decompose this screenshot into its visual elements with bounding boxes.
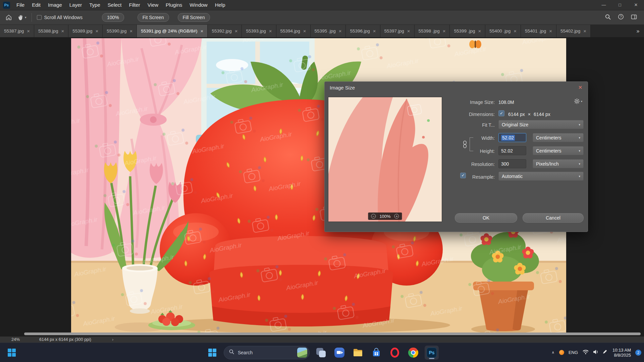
zoom-100-button[interactable]: 100%: [102, 13, 124, 22]
tab-close-icon[interactable]: ×: [478, 28, 481, 34]
tab-close-icon[interactable]: ×: [130, 28, 133, 34]
document-tab[interactable]: 55389.jpg×: [68, 25, 103, 37]
scroll-all-windows-checkbox[interactable]: Scroll All Windows: [37, 15, 83, 20]
document-tab[interactable]: 55402.jpg×: [556, 25, 591, 37]
document-tab[interactable]: 55395 .jpg×: [311, 25, 346, 37]
tab-close-icon[interactable]: ×: [549, 28, 552, 34]
menu-image[interactable]: Image: [44, 0, 66, 10]
menu-plugins[interactable]: Plugins: [162, 0, 186, 10]
tab-overflow-icon[interactable]: »: [632, 25, 644, 37]
document-tab[interactable]: 55388.jpg×: [34, 25, 68, 37]
document-tab[interactable]: 55398 .jpg×: [415, 25, 450, 37]
tab-close-icon[interactable]: ×: [27, 28, 30, 34]
fill-screen-button[interactable]: Fill Screen: [178, 13, 210, 22]
fit-screen-button[interactable]: Fit Screen: [138, 13, 169, 22]
dialog-close-icon[interactable]: ✕: [576, 84, 584, 91]
document-tab[interactable]: 55400 .jpg×: [485, 25, 521, 37]
tab-close-icon[interactable]: ×: [95, 28, 98, 34]
resample-checkbox[interactable]: ✓: [460, 173, 466, 178]
menu-edit[interactable]: Edit: [28, 0, 44, 10]
tool-preset-chevron-icon[interactable]: ▾: [25, 16, 26, 19]
resolution-unit-select[interactable]: Pixels/Inch ▾: [533, 159, 584, 168]
menu-view[interactable]: View: [144, 0, 162, 10]
checkbox-icon[interactable]: [37, 15, 42, 20]
resolution-input[interactable]: 300: [498, 159, 526, 168]
maximize-button[interactable]: □: [612, 0, 628, 10]
workspace-icon[interactable]: [631, 14, 637, 21]
image-preview[interactable]: − 100% +: [328, 97, 442, 222]
start-button[interactable]: [205, 346, 219, 360]
tab-close-icon[interactable]: ×: [303, 28, 306, 34]
clock[interactable]: 10:13 AM 8/8/2025: [611, 348, 631, 358]
cancel-button[interactable]: Cancel: [523, 213, 584, 223]
taskbar-photoshop-icon[interactable]: Ps: [425, 346, 439, 360]
taskbar-search[interactable]: Search: [224, 346, 310, 359]
zoom-level[interactable]: 24%: [11, 337, 20, 342]
tray-app-icon[interactable]: [559, 350, 564, 355]
dialog-options-gear[interactable]: ▾: [574, 98, 582, 104]
height-unit-select[interactable]: Centimeters ▾: [533, 146, 584, 155]
menu-file[interactable]: File: [13, 0, 28, 10]
tab-close-icon[interactable]: ×: [514, 28, 517, 34]
notification-badge[interactable]: 2: [635, 350, 641, 356]
document-tab[interactable]: 55394.jpg×: [276, 25, 311, 37]
width-input[interactable]: 52.02: [498, 133, 526, 142]
dimensions-dropdown[interactable]: ✓: [498, 110, 504, 116]
menu-filter[interactable]: Filter: [125, 0, 144, 10]
close-window-button[interactable]: ✕: [628, 0, 644, 10]
tray-expand-icon[interactable]: ∧: [551, 350, 555, 355]
tab-close-icon[interactable]: ×: [407, 28, 410, 34]
opera-icon[interactable]: [388, 346, 402, 360]
hand-tool-icon[interactable]: ▾: [17, 14, 26, 20]
tab-close-icon[interactable]: ×: [373, 28, 376, 34]
status-chevron-icon[interactable]: ›: [112, 337, 113, 342]
menu-type[interactable]: Type: [86, 0, 104, 10]
document-tab[interactable]: 55391.jpg @ 24% (RGB/8#)×: [137, 25, 208, 37]
ok-button[interactable]: OK: [455, 213, 517, 223]
document-tab[interactable]: 55393.jpg×: [242, 25, 276, 37]
tab-close-icon[interactable]: ×: [443, 28, 446, 34]
file-explorer-icon[interactable]: [351, 346, 365, 360]
tab-close-icon[interactable]: ×: [583, 28, 586, 34]
menu-select[interactable]: Select: [104, 0, 125, 10]
help-icon[interactable]: ?: [618, 14, 624, 21]
fit-to-select[interactable]: Original Size ▾: [498, 120, 584, 129]
document-tab[interactable]: 55396.jpg×: [346, 25, 380, 37]
menu-window[interactable]: Window: [186, 0, 211, 10]
horizontal-scrollbar[interactable]: [24, 333, 641, 335]
image-size-label: Image Size:: [432, 100, 495, 105]
task-view-icon[interactable]: [314, 346, 328, 360]
store-icon[interactable]: [369, 346, 383, 360]
zoom-out-icon[interactable]: −: [371, 214, 376, 219]
photoshop-app-icon[interactable]: Ps: [3, 2, 10, 9]
resample-select[interactable]: Automatic ▾: [498, 172, 584, 181]
minimize-button[interactable]: —: [596, 0, 612, 10]
tab-close-icon[interactable]: ×: [201, 28, 204, 34]
resolution-value: 300: [501, 161, 509, 167]
search-icon[interactable]: [605, 14, 611, 21]
chat-icon[interactable]: [332, 346, 346, 360]
language-indicator[interactable]: ENG: [568, 350, 579, 355]
tab-close-icon[interactable]: ×: [235, 28, 238, 34]
search-highlight-image[interactable]: [297, 348, 307, 358]
menu-help[interactable]: Help: [211, 0, 229, 10]
wifi-icon[interactable]: [582, 349, 589, 356]
height-input[interactable]: 52.02: [498, 146, 526, 155]
menu-layer[interactable]: Layer: [66, 0, 86, 10]
fit-to-label: Fit T...: [432, 122, 495, 128]
pen-icon[interactable]: [602, 349, 607, 356]
document-tab[interactable]: 55401 .jpg×: [521, 25, 556, 37]
tab-close-icon[interactable]: ×: [61, 28, 64, 34]
document-tab[interactable]: 55390.jpg×: [103, 25, 137, 37]
volume-icon[interactable]: [593, 349, 599, 356]
document-tab[interactable]: 55392.jpg×: [208, 25, 242, 37]
home-icon[interactable]: [5, 14, 12, 21]
document-tab[interactable]: 55387.jpg×: [0, 25, 34, 37]
tab-close-icon[interactable]: ×: [339, 28, 342, 34]
document-tab[interactable]: 55397.jpg×: [380, 25, 415, 37]
document-tab[interactable]: 55399 .jpg×: [450, 25, 485, 37]
tab-close-icon[interactable]: ×: [269, 28, 272, 34]
width-unit-select[interactable]: Centimeters ▾: [533, 133, 584, 142]
zoom-in-icon[interactable]: +: [394, 214, 399, 219]
chrome-icon[interactable]: [406, 346, 420, 360]
